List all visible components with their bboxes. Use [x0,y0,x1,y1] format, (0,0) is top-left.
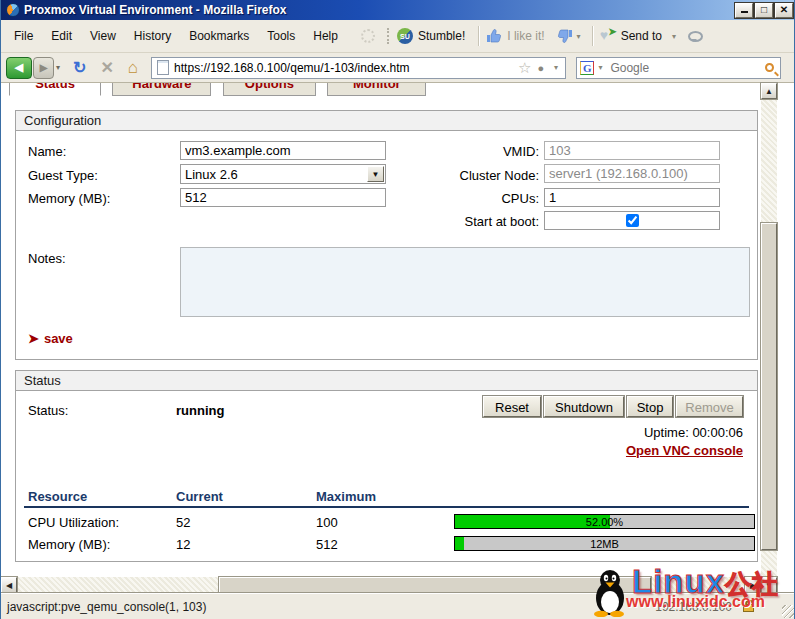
stop-vm-button[interactable]: Stop [627,396,673,417]
loading-spinner-icon [361,29,375,43]
refresh-icon[interactable]: ↻ [73,60,86,76]
url-input[interactable] [174,61,518,75]
horizontal-scrollbar-thumb[interactable] [219,577,651,593]
menu-item-edit[interactable]: Edit [42,25,81,47]
tab-status[interactable]: Status [9,83,101,96]
maximize-button[interactable]: □ [755,3,773,18]
tab-options[interactable]: Options [223,83,316,96]
status-label: Status: [28,403,68,418]
toolbar-separator [592,26,593,46]
memory-usage-bar-label: 12MB [455,537,754,551]
send-to-dropdown-icon[interactable]: ▾ [672,32,676,41]
save-link[interactable]: ➤save [28,331,73,346]
statusbar-link-text: javascript:pve_qemu_console(1, 103) [7,600,206,614]
cpu-usage-bar-label: 52.00% [455,515,754,529]
memory-maximum-cell: 512 [316,537,338,552]
forward-button[interactable]: ▶ [33,57,54,79]
cpus-input[interactable] [544,188,720,207]
vertical-scrollbar[interactable]: ▲ ▼ [761,83,777,593]
menu-item-tools[interactable]: Tools [258,25,304,47]
memory-label: Memory (MB): [28,191,110,206]
like-button[interactable]: I like it! [507,29,544,43]
security-lock-icon[interactable] [743,604,754,612]
current-column-header: Current [176,489,223,504]
name-input[interactable] [180,141,386,160]
scroll-up-button[interactable]: ▲ [761,83,777,99]
history-dropdown-icon[interactable]: ▾ [56,63,60,72]
cpu-current-cell: 52 [176,515,190,530]
tab-hardware[interactable]: Hardware [112,83,211,96]
notes-textarea[interactable] [180,247,750,317]
navigation-bar: ◀ ▶ ▾ ↻ ✕ ⌂ ☆ ● ▾ G ▾ [1,53,795,83]
search-magnifier-icon[interactable] [765,63,774,72]
scroll-left-button[interactable]: ◀ [1,577,17,593]
scroll-down-button[interactable]: ▼ [761,577,777,593]
page-content: Status Hardware Options Monitor Configur… [1,83,761,577]
send-to-button[interactable]: Send to [621,29,662,43]
configuration-panel-header: Configuration [16,111,757,131]
memory-usage-bar: 12MB [454,536,755,551]
window-resize-grip[interactable] [782,605,795,618]
status-panel-header: Status [16,371,757,391]
configuration-panel: Configuration Name: VMID: Guest Type: Li… [15,110,758,360]
url-dropdown-icon[interactable]: ▾ [554,63,558,72]
bookmark-star-icon[interactable]: ☆ [518,59,531,77]
stop-icon[interactable]: ✕ [100,60,113,76]
cluster-node-input [544,164,720,183]
horizontal-scrollbar[interactable]: ◀ ▶ [1,577,761,593]
menu-item-file[interactable]: File [5,25,42,47]
guest-type-value: Linux 2.6 [185,167,238,182]
memory-input[interactable] [180,188,386,207]
menu-item-view[interactable]: View [81,25,125,47]
start-at-boot-checkbox[interactable] [626,214,639,227]
tab-monitor[interactable]: Monitor [327,83,426,96]
forward-icon: ▶ [40,62,48,73]
select-arrow-icon[interactable]: ▼ [367,166,384,182]
scroll-right-button[interactable]: ▶ [745,577,761,593]
search-engine-dropdown-icon[interactable]: ▾ [598,63,602,72]
stumble-button[interactable]: Stumble! [418,29,465,43]
remove-button: Remove [676,396,743,417]
cpu-resource-cell: CPU Utilization: [28,515,119,530]
back-button[interactable]: ◀ [6,57,32,79]
reset-button[interactable]: Reset [483,396,541,417]
vmid-input [544,141,720,160]
menu-item-bookmarks[interactable]: Bookmarks [180,25,258,47]
menu-item-help[interactable]: Help [304,25,347,47]
shutdown-button[interactable]: Shutdown [544,396,624,417]
menu-bar: File Edit View History Bookmarks Tools H… [1,20,795,53]
thumbs-up-icon[interactable] [486,28,502,44]
resource-column-header: Resource [28,489,87,504]
name-label: Name: [28,144,66,159]
url-bar[interactable]: ☆ ● ▾ [151,57,566,79]
notes-label: Notes: [28,251,66,266]
like-dropdown-icon[interactable]: ▾ [577,32,581,41]
open-vnc-console-link[interactable]: Open VNC console [626,443,743,458]
stumbleupon-icon[interactable]: SU [397,28,413,44]
feed-dot-icon[interactable]: ● [537,62,544,74]
cpus-label: CPUs: [389,191,539,206]
maximum-column-header: Maximum [316,489,376,504]
start-at-boot-label: Start at boot: [389,214,539,229]
home-icon[interactable]: ⌂ [128,59,138,76]
toolbar-separator [478,26,479,46]
save-arrow-icon: ➤ [28,331,39,346]
minimize-button[interactable] [735,3,753,18]
cpu-maximum-cell: 100 [316,515,338,530]
close-button[interactable]: ✕ [775,3,793,18]
menu-item-history[interactable]: History [125,25,180,47]
status-panel: Status Status: running Reset Shutdown St… [15,370,758,562]
toolbar-grip[interactable] [387,28,391,44]
guest-type-select[interactable]: Linux 2.6 ▼ [180,164,386,184]
vmid-label: VMID: [389,144,539,159]
thumbs-down-icon[interactable] [557,28,573,44]
start-at-boot-field [544,211,720,230]
statusbar-host-text: 192.168.0.100 [655,600,732,614]
tab-strip: Status Hardware Options Monitor [9,83,433,96]
speech-bubble-icon[interactable] [688,31,703,42]
window-title: Proxmox Virtual Environment - Mozilla Fi… [24,3,733,17]
search-box[interactable]: G ▾ [576,57,781,79]
vertical-scrollbar-thumb[interactable] [761,223,777,550]
search-input[interactable] [610,61,765,75]
send-to-icon: ♥➤ [600,29,616,43]
